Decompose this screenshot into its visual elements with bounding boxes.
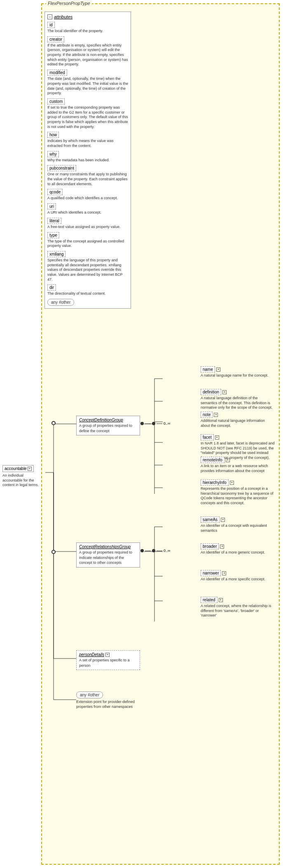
ri2-plus: + (220, 545, 224, 549)
cdg-connector: 0..∞ (140, 421, 170, 426)
attributes-items: id The local identifier of the property.… (47, 22, 128, 296)
crg-connector: 0..∞ (140, 549, 170, 553)
crg-dot1 (140, 549, 144, 552)
any-other-bottom-box: any #other (76, 691, 103, 698)
crg-line2 (157, 551, 162, 551)
attr-desc: The local identifier of the property. (47, 29, 128, 34)
ri2-desc: An identifier of a more specific concept… (201, 577, 275, 582)
attributes-header: − attributes (47, 14, 128, 19)
ri-plus: + (214, 413, 218, 417)
attr-item-literal: literal A free-text value assigned as pr… (47, 218, 128, 230)
collapse-icon[interactable]: − (47, 14, 52, 19)
ri-desc: A natural language definition of the sem… (201, 396, 275, 410)
attr-name-box: xmllang (47, 251, 65, 257)
attr-name-box: custom (47, 98, 65, 105)
cdg-line2 (157, 424, 162, 424)
attr-item-dir: dir The directionality of textual conten… (47, 284, 128, 296)
ri-name: facet (201, 434, 214, 440)
cdg-dot2 (152, 422, 155, 425)
ri-desc: Additional natural language information … (201, 419, 275, 428)
ri-name: remoteInfo (201, 457, 225, 463)
attr-name-box: why (47, 151, 59, 157)
attr-item-how: how Indicates by which means the value w… (47, 132, 128, 148)
attr-item-type: type The type of the concept assigned as… (47, 232, 128, 249)
attributes-title: attributes (54, 14, 73, 19)
attr-desc: Why the metadata has been included. (47, 158, 128, 163)
attr-desc: If set to true the corresponding propert… (47, 105, 128, 129)
cdg-left-connector (51, 421, 56, 425)
ri-desc: A link to an item or a web resource whic… (201, 464, 275, 473)
attr-item-modified: modified The date (and, optionally, the … (47, 70, 128, 96)
attr-name-box: literal (47, 218, 61, 224)
ri-plus: + (222, 390, 227, 394)
accountable-text: accountable (5, 466, 27, 471)
ri-plus: + (226, 458, 230, 462)
attr-name-box: how (47, 132, 59, 138)
ri2-plus: + (219, 598, 223, 602)
right-item2-broader: broader + An identifier of a more generi… (201, 543, 275, 555)
any-other-bottom-desc: Extension point for provider-defined pro… (76, 700, 140, 709)
ri-plus: + (215, 435, 219, 440)
ri-plus: + (216, 368, 220, 372)
ri2-name: broader (201, 543, 219, 549)
attr-name-box: creator (47, 36, 64, 42)
ri2-desc: A related concept, where the relationshi… (201, 604, 275, 618)
attr-item-uri: uri A URI which identifies a concept. (47, 203, 128, 215)
crg-label: ConceptRelationshipsGroup (79, 545, 137, 549)
cdg-ellipse (51, 421, 56, 425)
pd-label: personDetails (79, 652, 104, 657)
outer-box-title: FlexPersonPropType (46, 1, 92, 6)
ri-plus: + (230, 481, 234, 485)
ri2-desc: An identifier of a more generic concept. (201, 550, 275, 555)
accountable-desc: An individual accountable for the conten… (2, 473, 40, 488)
ri-name: note (201, 412, 213, 418)
concept-relationships-group: ConceptRelationshipsGroup A group of pro… (76, 542, 140, 568)
attr-name-box: type (47, 232, 59, 238)
attr-name-box: dir (47, 284, 56, 291)
crg-desc: A group of properties required to indica… (79, 550, 132, 565)
right-item2-sameAs: sameAs + An identifier of a concept with… (201, 517, 275, 533)
any-other-bottom-wrapper: any #other Extension point for provider-… (76, 691, 140, 709)
attr-name-box: qcode (47, 189, 63, 195)
attr-name-box: modified (47, 70, 67, 76)
cdg-dot1 (140, 422, 144, 425)
cdg-multiplicity: 0..∞ (164, 421, 170, 426)
attr-item-why: why Why the metadata has been included. (47, 151, 128, 163)
pd-plus-icon: + (105, 653, 110, 657)
pd-desc: A set of properties specific to a person (79, 658, 130, 668)
attr-item-custom: custom If set to true the corresponding … (47, 98, 128, 129)
ri-name: name (201, 366, 215, 372)
main-container: FlexPersonPropType (0, 0, 283, 868)
attr-desc: Indicates by which means the value was e… (47, 139, 128, 148)
attr-desc: If the attribute is empty, specifies whi… (47, 43, 128, 67)
ri-desc: Represents the position of a concept in … (201, 486, 275, 506)
right-item-definition: definition + A natural language definiti… (201, 389, 275, 410)
right-item-name: name + A natural language name for the c… (201, 366, 275, 378)
attr-desc: One or many constraints that apply to pu… (47, 172, 128, 186)
attr-desc: The directionality of textual content. (47, 291, 128, 296)
crg-left-connector (51, 550, 56, 554)
ri-name: hierarchyInfo (201, 479, 229, 486)
ri2-name: narrower (201, 570, 221, 576)
any-other-wrapper: any #other (47, 299, 128, 306)
attr-name-box: id (47, 22, 55, 28)
ri-name: definition (201, 389, 221, 395)
accountable-element: accountable + An individual accountable … (2, 465, 40, 488)
person-details: personDetails + A set of properties spec… (76, 650, 140, 670)
ri2-plus: + (221, 518, 225, 522)
attr-item-qcode: qcode A qualified code which identifies … (47, 189, 128, 201)
right-item2-narrower: narrower + An identifier of a more speci… (201, 570, 275, 582)
right-item-hierarchyInfo: hierarchyInfo + Represents the position … (201, 479, 275, 506)
right-item-remoteInfo: remoteInfo + A link to an item or a web … (201, 457, 275, 473)
attr-desc: Specifies the language of this property … (47, 258, 128, 282)
attr-desc: The date (and, optionally, the time) whe… (47, 77, 128, 96)
ri-desc: A natural language name for the concept. (201, 373, 275, 378)
right-item2-related: related + A related concept, where the r… (201, 597, 275, 618)
attr-desc: A qualified code which identifies a conc… (47, 196, 128, 201)
crg-line1 (145, 551, 151, 551)
accountable-plus-icon: + (28, 467, 32, 471)
accountable-label: accountable + (2, 465, 34, 472)
attr-item-creator: creator If the attribute is empty, speci… (47, 36, 128, 67)
attr-desc: A free-text value assigned as property v… (47, 225, 128, 230)
concept-definition-group: ConceptDefinitionGroup A group of proper… (76, 416, 140, 435)
